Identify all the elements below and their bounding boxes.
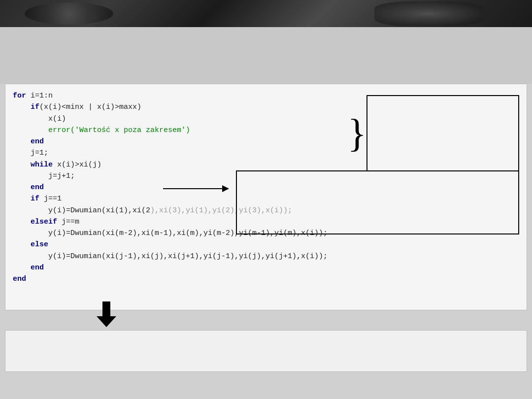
- keyword-if-2: if: [31, 195, 39, 203]
- code-error-string: error('Wartość x poza zakresem'): [48, 126, 190, 134]
- keyword-else: else: [31, 240, 48, 249]
- keyword-end-4: end: [13, 275, 26, 283]
- arrow-right: [163, 185, 229, 192]
- arrow-down: [97, 301, 116, 327]
- code-line-7-indent: [13, 161, 31, 169]
- curly-brace-annotation: }: [348, 95, 366, 171]
- down-arrow-head: [97, 316, 116, 327]
- gray-spacer: [0, 27, 532, 84]
- keyword-elseif: elseif: [31, 218, 57, 226]
- code-line-16-indent: [13, 264, 31, 272]
- keyword-end-1: end: [31, 137, 44, 146]
- code-line-11: y(i)=Dwumian(xi(1),xi(2: [13, 206, 150, 215]
- code-line-15: y(i)=Dwumian(xi(j-1),xi(j),xi(j+1),yi(j-…: [13, 252, 328, 261]
- code-line-7-rest: x(i)>xi(j): [53, 161, 101, 169]
- arrow-head: [222, 185, 229, 192]
- code-line-12-indent: [13, 218, 31, 226]
- code-line-10-rest: j==1: [39, 195, 62, 203]
- keyword-end-2: end: [31, 183, 44, 192]
- code-line-10-indent: [13, 195, 31, 203]
- code-line-12-rest: j==m: [57, 218, 79, 226]
- code-line-4-indent: [13, 126, 48, 134]
- top-banner: [0, 0, 532, 27]
- arrow-line: [163, 188, 222, 189]
- code-line-9-indent: [13, 183, 31, 192]
- bottom-panel: [5, 330, 527, 372]
- down-arrow-stem: [102, 301, 110, 316]
- annotation-box-bottom: [236, 170, 519, 234]
- code-line-2: [13, 103, 31, 111]
- code-line-2-rest: (x(i)<minx | x(i)>maxx): [39, 103, 141, 111]
- code-line-14-indent: [13, 240, 31, 249]
- keyword-for: for: [13, 92, 26, 100]
- keyword-while: while: [31, 161, 53, 169]
- annotation-box-top: [366, 95, 519, 171]
- code-line-1-rest: i=1:n: [26, 92, 53, 100]
- keyword-end-3: end: [31, 264, 44, 272]
- code-container: for i=1:n if(x(i)<minx | x(i)>maxx) x(i)…: [5, 84, 527, 310]
- keyword-if-1: if: [31, 103, 39, 111]
- code-line-5-indent: [13, 137, 31, 146]
- code-line-8: j=j+1;: [13, 172, 75, 180]
- code-line-3: x(i): [13, 115, 66, 123]
- code-line-6: j=1;: [13, 149, 48, 157]
